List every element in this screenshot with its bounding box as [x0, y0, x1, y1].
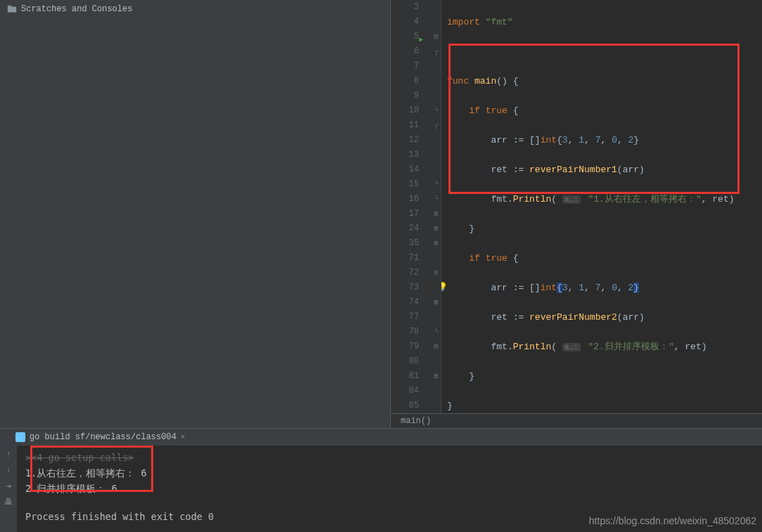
console-toolbar[interactable]: ↑ ↓ ⇥ 🖶: [0, 446, 17, 532]
down-icon[interactable]: ↓: [6, 465, 11, 475]
svg-rect-1: [8, 6, 11, 8]
close-icon[interactable]: ×: [181, 433, 186, 441]
project-sidebar[interactable]: Scratches and Consoles: [0, 0, 391, 428]
wrap-icon[interactable]: ⇥: [6, 481, 11, 491]
up-icon[interactable]: ↑: [6, 450, 11, 460]
output-line: 2.归并排序模板： 6: [25, 481, 754, 496]
watermark: https://blog.csdn.net/weixin_48502062: [589, 515, 756, 526]
node-label: Scratches and Consoles: [21, 4, 132, 14]
breadcrumb[interactable]: main(): [391, 413, 762, 428]
setup-line: ><4 go setup calls>: [25, 450, 754, 465]
code-content[interactable]: import "fmt" func main() { if true { arr…: [441, 0, 762, 413]
bulb-icon[interactable]: 💡: [441, 280, 448, 295]
scratches-node[interactable]: Scratches and Consoles: [7, 4, 383, 14]
fold-column[interactable]: ⊟ ┌ └ ┌ └ └ ⊞ ⊞ ⊞ ⊟ ⊞ └ ⊟ ⊞: [432, 0, 441, 413]
print-icon[interactable]: 🖶: [4, 497, 13, 507]
output-line: 1.从右往左，相等拷右： 6: [25, 465, 754, 481]
run-tab[interactable]: go build sf/newclass/class004 ×: [11, 431, 189, 443]
folder-icon: [7, 4, 17, 14]
svg-rect-0: [8, 7, 16, 13]
editor: 3 4 5▶ 6 7 8 9 10 11 12 13 14 15 16 17 2…: [391, 0, 762, 428]
run-icon: ▶: [419, 32, 423, 47]
gutter[interactable]: 3 4 5▶ 6 7 8 9 10 11 12 13 14 15 16 17 2…: [391, 0, 432, 413]
go-icon: [15, 432, 25, 442]
